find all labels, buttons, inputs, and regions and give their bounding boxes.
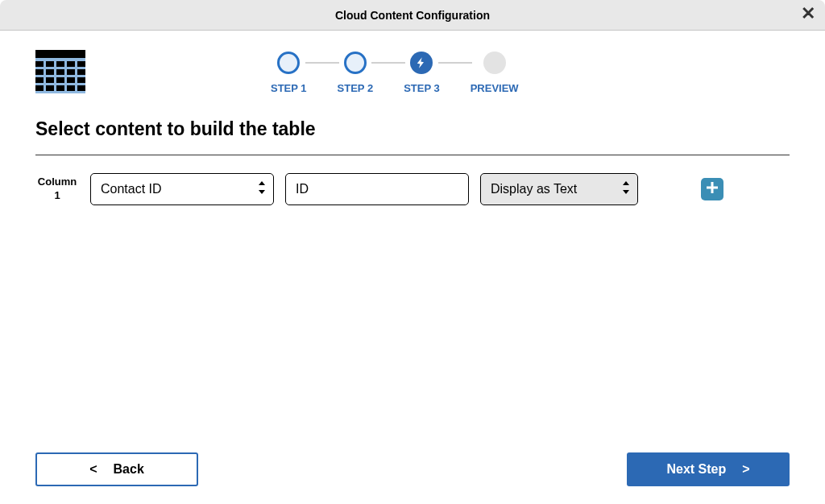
add-column-button[interactable] [701,178,723,200]
svg-rect-43 [707,187,718,189]
svg-rect-32 [35,85,44,91]
display-select-value: Display as Text [491,182,577,196]
svg-rect-9 [75,61,77,67]
step-connector [305,62,339,64]
step-label: STEP 2 [338,82,374,94]
step-2[interactable]: STEP 2 [338,52,374,94]
step-1[interactable]: STEP 1 [271,52,307,94]
next-step-button-label: Next Step [666,462,726,477]
column-label: Column 1 [35,176,79,203]
display-select[interactable]: Display as Text [480,173,638,205]
alias-input[interactable]: ID [285,173,469,205]
step-label: PREVIEW [471,82,519,94]
svg-rect-20 [77,69,85,75]
svg-rect-23 [44,77,46,83]
svg-rect-7 [64,61,67,67]
back-button[interactable]: < Back [35,452,198,486]
svg-rect-22 [35,77,44,83]
svg-rect-3 [44,61,46,67]
svg-rect-14 [46,69,54,75]
window-title-bar: Cloud Content Configuration ✕ [0,0,825,31]
svg-rect-6 [56,61,64,67]
window-title: Cloud Content Configuration [335,9,490,22]
back-button-label: Back [114,462,144,477]
plus-icon [706,181,719,197]
divider [35,155,790,155]
column-row: Column 1 Contact ID ID Display as Text [35,173,790,205]
svg-rect-40 [77,85,85,91]
header-row: STEP 1 STEP 2 STEP 3 PREVIEW [35,50,790,94]
alias-input-value: ID [296,182,309,196]
svg-rect-5 [54,61,56,67]
alias-input-wrap: ID [285,173,469,205]
step-circle-icon [410,52,433,74]
svg-rect-8 [67,61,75,67]
svg-rect-0 [35,50,85,58]
svg-rect-27 [64,77,67,83]
step-circle-icon [483,52,506,74]
svg-rect-15 [54,69,56,75]
svg-rect-38 [67,85,75,91]
step-connector [438,62,472,64]
stepper: STEP 1 STEP 2 STEP 3 PREVIEW [271,52,519,94]
svg-rect-41 [35,91,85,93]
step-preview[interactable]: PREVIEW [471,52,519,94]
step-connector [371,62,405,64]
svg-rect-31 [35,83,85,85]
svg-rect-33 [44,85,46,91]
svg-rect-36 [56,85,64,91]
svg-rect-19 [75,69,77,75]
step-label: STEP 3 [404,82,440,94]
svg-rect-17 [64,69,67,75]
step-circle-icon [277,52,300,74]
footer: < Back Next Step > [35,452,790,486]
chevron-right-icon: > [742,462,749,477]
svg-rect-1 [35,58,85,61]
svg-rect-18 [67,69,75,75]
svg-rect-28 [67,77,75,83]
svg-rect-10 [77,61,85,67]
svg-rect-4 [46,61,54,67]
svg-rect-24 [46,77,54,83]
svg-rect-16 [56,69,64,75]
field-select[interactable]: Contact ID [90,173,274,205]
svg-rect-12 [35,69,44,75]
svg-rect-39 [75,85,77,91]
svg-rect-35 [54,85,56,91]
column-label-prefix: Column [38,176,77,188]
svg-rect-2 [35,61,44,67]
svg-rect-34 [46,85,54,91]
svg-rect-26 [56,77,64,83]
chevron-left-icon: < [89,462,97,477]
close-icon[interactable]: ✕ [801,5,815,23]
table-grid-icon [35,50,85,93]
svg-rect-11 [35,67,85,69]
page-title: Select content to build the table [35,118,790,140]
column-label-number: 1 [54,189,60,201]
step-3[interactable]: STEP 3 [404,52,440,94]
step-label: STEP 1 [271,82,307,94]
svg-rect-21 [35,75,85,77]
svg-rect-30 [77,77,85,83]
dialog-content: STEP 1 STEP 2 STEP 3 PREVIEW Select cont… [0,31,825,504]
field-select-value: Contact ID [101,182,162,196]
svg-rect-29 [75,77,77,83]
step-circle-icon [344,52,367,74]
svg-rect-25 [54,77,56,83]
svg-rect-13 [44,69,46,75]
svg-rect-37 [64,85,67,91]
display-select-wrap: Display as Text [480,173,638,205]
next-step-button[interactable]: Next Step > [627,452,790,486]
field-select-wrap: Contact ID [90,173,274,205]
